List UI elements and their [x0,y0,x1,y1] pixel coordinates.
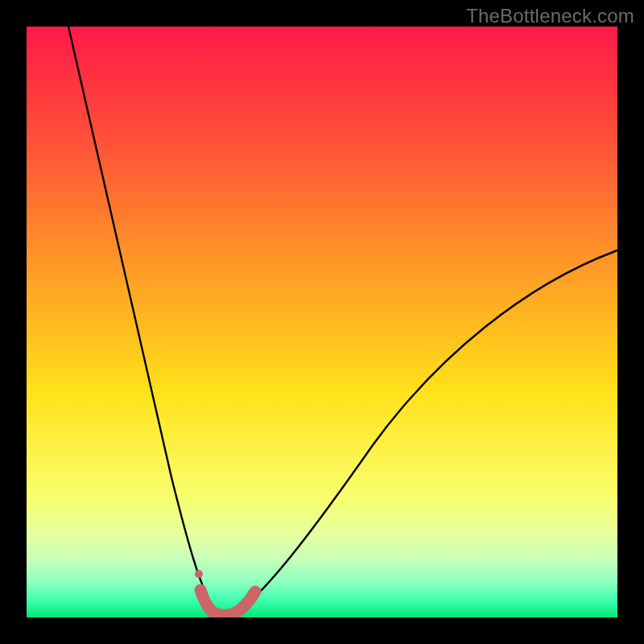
curve-path [68,27,617,614]
bottleneck-curve [27,27,617,617]
marker-dot-icon [195,570,203,578]
plot-area [27,27,617,617]
outer-frame: TheBottleneck.com [0,0,644,644]
valley-marker [200,590,255,616]
watermark-text: TheBottleneck.com [466,5,634,27]
